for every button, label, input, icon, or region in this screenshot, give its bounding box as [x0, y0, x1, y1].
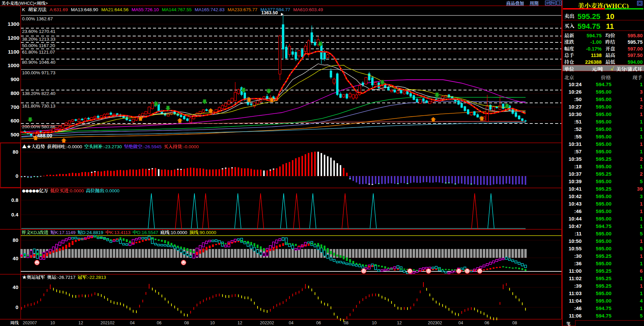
svg-text:06: 06	[157, 320, 162, 326]
svg-text:10: 10	[50, 320, 55, 326]
svg-text:1100: 1100	[8, 47, 19, 55]
svg-text:80.90% 1046.40: 80.90% 1046.40	[22, 58, 55, 65]
svg-text:800: 800	[11, 89, 19, 96]
svg-text:202302: 202302	[428, 320, 442, 326]
svg-text:61.80% 1121.07: 61.80% 1121.07	[22, 48, 55, 55]
svg-text:商品叠加: 商品叠加	[506, 0, 524, 6]
svg-text:0.00% 1362.67: 0.00% 1362.67	[22, 15, 53, 22]
svg-text:138.20% 822.40: 138.20% 822.40	[22, 90, 55, 96]
svg-text:23.60% 1270.41: 23.60% 1270.41	[22, 27, 55, 34]
svg-text:周线: 周线	[10, 320, 19, 326]
svg-text:0: 0	[16, 172, 18, 179]
svg-text:1300: 1300	[8, 20, 19, 27]
svg-text:界文KDJ改进短K:17.1149短D:24.8819中K:: 界文KDJ改进短K:17.1149短D:24.8819中K:13.4113中D:…	[21, 229, 216, 235]
svg-text:161.80% 730.13: 161.80% 730.13	[22, 102, 55, 109]
svg-text:500: 500	[11, 130, 19, 138]
svg-text:202007: 202007	[23, 320, 37, 326]
svg-text:0: 0	[16, 303, 18, 310]
svg-text:100.00% 971.73: 100.00% 971.73	[22, 69, 55, 76]
svg-text:06: 06	[316, 320, 321, 326]
svg-text:38.20% 1213.33: 38.20% 1213.33	[22, 35, 55, 42]
svg-text:10: 10	[372, 320, 377, 326]
svg-text:08: 08	[512, 320, 517, 326]
svg-text:04: 04	[289, 320, 293, 326]
svg-text:08: 08	[344, 320, 348, 326]
svg-text:40: 40	[13, 283, 18, 290]
svg-text:0.4: 0.4	[11, 211, 19, 218]
svg-text:600: 600	[11, 116, 19, 124]
svg-text:50.00% 1167.20: 50.00% 1167.20	[22, 42, 55, 49]
svg-text:12: 12	[397, 320, 402, 326]
svg-text:1200: 1200	[8, 34, 19, 41]
svg-text:★奥运冠军奥运:-26.7217冠军:-22.2813: ★奥运冠军奥运:-26.7217冠军:-22.2813	[22, 273, 106, 280]
svg-text:40: 40	[13, 254, 18, 262]
svg-text:04: 04	[458, 320, 463, 326]
svg-text:700: 700	[11, 103, 19, 110]
svg-text:10: 10	[210, 320, 215, 326]
svg-text:K胡家刀法A:631.69MA13:648.90MA21:6: K胡家刀法A:631.69MA13:648.90MA21:644.56MA55:…	[22, 6, 323, 13]
svg-text:←488.00: ←488.00	[32, 132, 52, 139]
svg-text:美小麦连(WHCC)<周线>: 美小麦连(WHCC)<周线>	[1, 0, 48, 6]
svg-text:06: 06	[485, 320, 489, 326]
svg-text:80: 80	[13, 148, 18, 155]
svg-text:12: 12	[78, 320, 83, 326]
svg-text:202102: 202102	[100, 320, 115, 326]
svg-text:周期: 周期	[530, 0, 538, 6]
svg-text:900: 900	[11, 75, 19, 82]
svg-text:08: 08	[184, 320, 189, 326]
svg-text:202202: 202202	[260, 320, 274, 326]
svg-text:1000: 1000	[8, 61, 19, 69]
svg-text:12: 12	[238, 320, 242, 326]
svg-text:0.8: 0.8	[11, 196, 18, 203]
svg-text:04: 04	[130, 320, 135, 326]
svg-text:80: 80	[13, 236, 18, 243]
svg-text:▲★大趋势获利回吐:-0.0000空头回补:-23.2730: ▲★大趋势获利回吐:-0.0000空头回补:-23.2730坚绝做空:-26.5…	[22, 143, 199, 150]
